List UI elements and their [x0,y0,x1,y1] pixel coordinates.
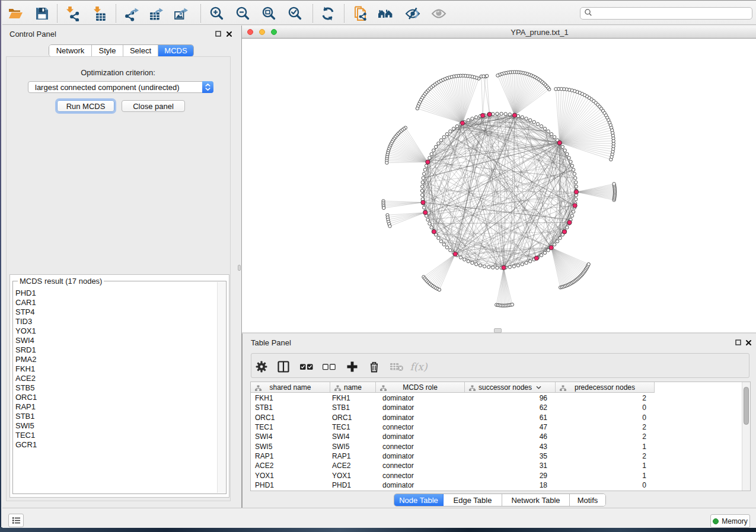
cell-name: SWI5 [330,443,376,451]
tab-select[interactable]: Select [123,45,158,56]
column-header-shared-name[interactable]: shared name [251,382,330,393]
add-icon[interactable] [345,360,359,374]
tab-network-table[interactable]: Network Table [502,494,570,506]
export-table-icon[interactable] [149,6,164,21]
cell-MCDS-role: connector [376,462,465,470]
result-item[interactable]: PHD1 [15,289,215,298]
criterion-dropdown[interactable]: largest connected component (undirected) [28,81,213,93]
open-file-icon[interactable] [8,6,23,21]
import-table-icon[interactable] [92,6,107,21]
zoom-out-icon[interactable] [235,6,250,21]
table-panel-tabbar: Node TableEdge TableNetwork TableMotifs [394,493,606,507]
cell-predecessor-nodes: 1 [556,462,655,470]
table-row[interactable]: STB1STB1dominator620 [251,403,742,412]
refresh-icon[interactable] [320,6,336,21]
zoom-in-icon[interactable] [209,6,224,21]
result-scrollbar[interactable] [217,282,225,493]
close-panel-icon[interactable] [225,30,233,38]
network-canvas[interactable] [242,39,756,332]
table-scrollbar-thumb[interactable] [744,387,749,425]
copy-network-icon[interactable] [353,6,369,21]
vertical-splitter[interactable] [234,25,242,508]
cell-successor-nodes: 31 [465,462,556,470]
table-row[interactable]: YOX1YOX1connector291 [251,470,742,480]
result-item[interactable]: ORC1 [15,393,215,402]
result-item[interactable]: YOX1 [15,326,215,336]
tab-node-table[interactable]: Node Table [394,494,444,506]
hide-selected-icon[interactable] [405,6,420,21]
close-window-icon[interactable] [247,29,253,35]
save-session-icon[interactable] [34,6,50,21]
run-mcds-button[interactable]: Run MCDS [57,100,114,112]
table-row[interactable]: SWI4SWI4dominator462 [251,432,742,441]
table-scrollbar[interactable] [742,382,750,491]
cell-name: ORC1 [330,414,376,422]
import-network-icon[interactable] [65,6,80,21]
column-header-predecessor-nodes[interactable]: predecessor nodes [556,382,655,393]
float-panel-icon[interactable] [214,30,222,38]
tab-style[interactable]: Style [92,45,123,56]
float-table-panel-icon[interactable] [734,338,742,347]
memory-button[interactable]: Memory [710,514,750,528]
tab-network[interactable]: Network [49,45,92,56]
table-header: shared namenameMCDS rolesuccessor nodesp… [251,382,655,393]
split-columns-icon[interactable] [276,360,291,374]
gear-icon[interactable] [254,360,269,374]
result-item[interactable]: STB5 [15,383,215,393]
table-row[interactable]: FKH1FKH1dominator962 [251,393,742,403]
network-window-titlebar[interactable]: YPA_prune.txt_1 [242,26,756,39]
search-input[interactable] [592,9,752,18]
result-item[interactable]: PMA2 [15,355,215,364]
maximize-window-icon[interactable] [271,29,277,35]
result-item[interactable]: TEC1 [15,431,215,440]
cell-predecessor-nodes: 0 [556,403,655,412]
show-all-icon[interactable] [431,6,446,21]
result-item[interactable]: GCR1 [15,440,215,450]
result-item[interactable]: ACE2 [15,374,215,383]
result-item[interactable]: FKH1 [15,364,215,374]
export-image-icon[interactable] [174,6,189,21]
close-table-panel-icon[interactable] [744,338,752,347]
table-row[interactable]: ORC1ORC1dominator610 [251,413,742,422]
horizontal-splitter-handle[interactable] [494,328,502,333]
table-row[interactable]: TEC1TEC1connector472 [251,422,742,432]
result-item[interactable]: SWI5 [15,421,215,431]
cell-successor-nodes: 46 [465,432,556,441]
toolbar-separator [312,4,313,23]
close-panel-button[interactable]: Close panel [122,100,185,112]
table-row[interactable]: PHD1PHD1dominator180 [251,480,742,490]
result-item[interactable]: SRD1 [15,345,215,355]
result-item[interactable]: CAR1 [15,298,215,307]
cell-name: FKH1 [330,394,376,402]
cell-shared-name: SWI4 [251,432,330,441]
result-item[interactable]: RAP1 [15,402,215,412]
task-history-button[interactable] [8,514,24,527]
column-header-successor-nodes[interactable]: successor nodes [465,382,556,393]
search-box[interactable] [580,7,752,20]
column-header-name[interactable]: name [330,382,376,393]
result-item[interactable]: STB1 [15,412,215,421]
delete-icon[interactable] [367,360,381,374]
select-all-icon[interactable] [299,360,314,374]
export-network-icon[interactable] [125,6,140,21]
minimize-window-icon[interactable] [259,29,265,35]
result-item[interactable]: STP4 [15,307,215,317]
cell-MCDS-role: dominator [376,481,465,489]
result-item[interactable]: TID3 [15,317,215,326]
table-row[interactable]: SWI5SWI5connector431 [251,441,742,451]
cell-successor-nodes: 96 [465,394,556,402]
zoom-fit-icon[interactable] [261,6,276,21]
cell-name: SWI4 [330,432,376,441]
tab-motifs[interactable]: Motifs [570,494,605,506]
zoom-selected-icon[interactable] [287,6,302,21]
table-row[interactable]: ACE2ACE2connector311 [251,461,742,470]
deselect-all-icon[interactable] [322,360,336,374]
splitter-handle-icon[interactable] [238,265,241,271]
first-neighbors-icon[interactable] [378,6,393,21]
table-row[interactable]: RAP1RAP1dominator352 [251,451,742,461]
tab-edge-table[interactable]: Edge Table [444,494,502,506]
result-item[interactable]: SWI4 [15,336,215,345]
tab-mcds[interactable]: MCDS [158,45,193,56]
cell-shared-name: STB1 [251,403,330,412]
column-header-MCDS-role[interactable]: MCDS role [376,382,465,393]
